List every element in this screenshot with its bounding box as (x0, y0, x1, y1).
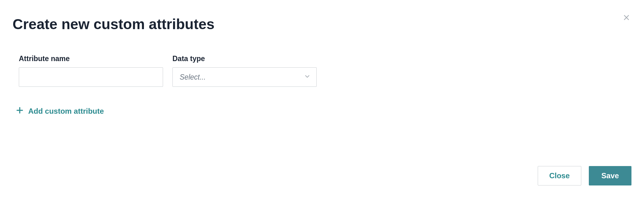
close-icon[interactable] (621, 13, 631, 23)
add-custom-attribute-link[interactable]: Add custom attribute (16, 106, 104, 116)
data-type-group: Data type Select... (172, 55, 317, 87)
close-button-label: Close (549, 171, 570, 180)
dialog-title: Create new custom attributes (13, 16, 631, 33)
dialog-footer: Close Save (538, 166, 631, 185)
data-type-select[interactable]: Select... (172, 67, 317, 87)
attribute-name-input[interactable] (19, 67, 163, 87)
close-button[interactable]: Close (538, 166, 581, 185)
save-button-label: Save (601, 171, 619, 180)
data-type-label: Data type (172, 55, 317, 63)
attribute-name-group: Attribute name (19, 55, 163, 87)
plus-icon (16, 106, 24, 116)
save-button[interactable]: Save (589, 166, 631, 185)
chevron-down-icon (304, 73, 311, 81)
add-link-label: Add custom attribute (28, 107, 104, 116)
form-row: Attribute name Data type Select... (13, 55, 631, 87)
data-type-placeholder: Select... (180, 73, 304, 81)
attribute-name-label: Attribute name (19, 55, 163, 63)
